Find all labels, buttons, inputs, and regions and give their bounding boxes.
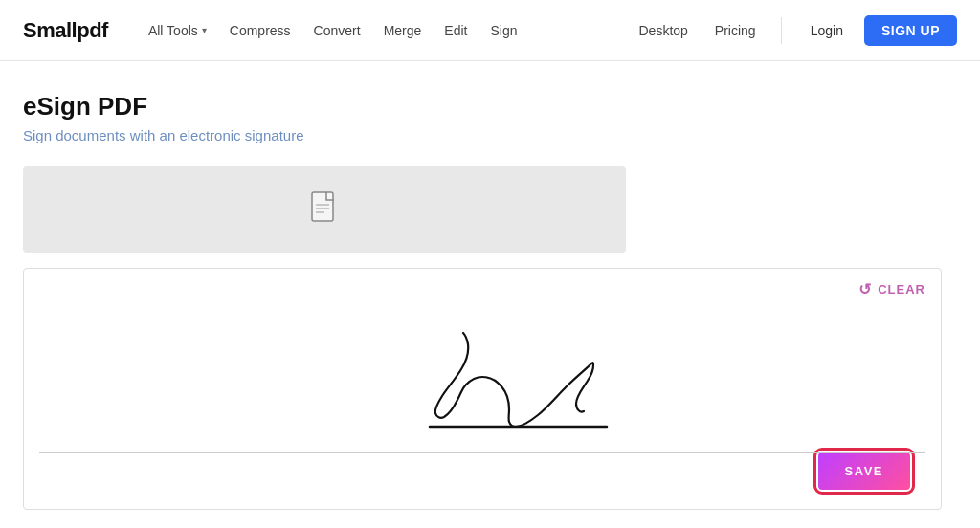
signature-canvas[interactable] bbox=[39, 280, 925, 443]
undo-icon: ↺ bbox=[858, 280, 872, 298]
file-icon bbox=[311, 191, 338, 228]
page-subtitle: Sign documents with an electronic signat… bbox=[23, 127, 838, 143]
nav-all-tools[interactable]: All Tools ▾ bbox=[139, 17, 216, 44]
svg-rect-0 bbox=[312, 192, 333, 221]
signup-button[interactable]: SIGN UP bbox=[864, 15, 957, 46]
nav-sign[interactable]: Sign bbox=[480, 17, 526, 44]
nav-desktop[interactable]: Desktop bbox=[630, 17, 698, 44]
file-drop-area[interactable] bbox=[23, 166, 626, 253]
site-logo[interactable]: Smallpdf bbox=[23, 18, 108, 43]
page-title: eSign PDF bbox=[23, 92, 838, 121]
nav-pricing[interactable]: Pricing bbox=[705, 17, 766, 44]
header-divider bbox=[781, 17, 782, 44]
header-right: Desktop Pricing Login SIGN UP bbox=[630, 15, 958, 46]
chevron-down-icon: ▾ bbox=[202, 25, 207, 35]
save-button-wrap: SAVE bbox=[39, 443, 925, 494]
signature-baseline bbox=[39, 452, 925, 453]
login-button[interactable]: Login bbox=[797, 16, 857, 45]
nav-merge[interactable]: Merge bbox=[374, 17, 432, 44]
save-button[interactable]: SAVE bbox=[818, 452, 910, 490]
nav-compress[interactable]: Compress bbox=[220, 17, 301, 44]
clear-button[interactable]: ↺ CLEAR bbox=[858, 280, 925, 298]
main-nav: All Tools ▾ Compress Convert Merge Edit … bbox=[139, 17, 630, 44]
nav-convert[interactable]: Convert bbox=[304, 17, 370, 44]
signature-area[interactable]: ↺ CLEAR SAVE bbox=[23, 268, 942, 510]
nav-edit[interactable]: Edit bbox=[434, 17, 477, 44]
